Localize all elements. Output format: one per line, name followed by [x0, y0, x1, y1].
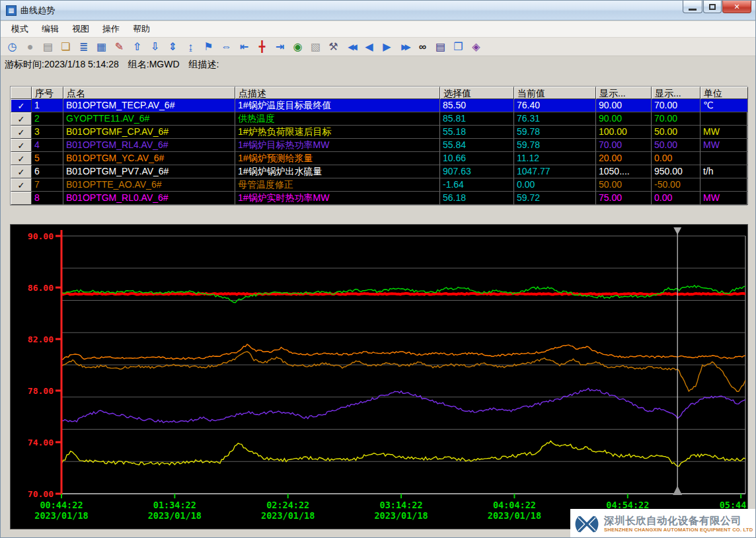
vendor-name-cn: 深圳长欣自动化设备有限公司	[604, 515, 753, 527]
cell-unit	[700, 112, 748, 126]
table-row[interactable]: ✓7B01OPTTE_AO.AV_6#母管温度修正-1.640.0050.00-…	[11, 178, 747, 192]
menu-item-edit[interactable]: 编辑	[35, 21, 65, 37]
cell-point-name: B01OPTGM_YC.AV_6#	[63, 152, 235, 165]
maximize-button[interactable]	[703, 1, 722, 13]
move-down-icon[interactable]: ⇩	[146, 39, 164, 55]
move-cursor-icon[interactable]: ╋	[253, 39, 271, 55]
table-row[interactable]: 8B01OPTGM_RL0.AV_6#1#锅炉实时热功率MW56.1859.72…	[11, 192, 747, 205]
cell-display-max: 50.00	[596, 178, 652, 192]
menu-item-help[interactable]: 帮助	[126, 21, 157, 37]
find-icon[interactable]: ∞	[414, 39, 432, 55]
output-icon[interactable]: ▤	[39, 39, 57, 55]
row-checkbox[interactable]: ✓	[11, 126, 32, 139]
table-row[interactable]: ✓1B01OPTGM_TECP.AV_6#1#锅炉温度目标最终值85.5076.…	[11, 99, 747, 112]
cell-point-name: B01OPTGMF_CP.AV_6#	[63, 126, 235, 139]
cell-selected-value: 55.18	[440, 126, 514, 139]
column-header-3[interactable]: 点描述	[235, 87, 440, 99]
vendor-logo-icon	[574, 512, 599, 537]
vendor-watermark: 深圳长欣自动化设备有限公司 SHENZHEN CHANGXIN AUTOMATI…	[570, 509, 756, 538]
cell-display-min: -50.00	[652, 178, 700, 192]
row-checkbox[interactable]: ✓	[11, 152, 32, 165]
cell-display-max: 100.00	[596, 126, 652, 139]
table-row[interactable]: ✓4B01OPTGM_RL4.AV_6#1#锅炉目标热功率MW55.8459.7…	[11, 139, 747, 152]
menu-item-mode[interactable]: 模式	[5, 21, 35, 37]
compress-left-icon[interactable]: ⇤	[235, 39, 253, 55]
table-row[interactable]: ✓6B01OPTGM_PV7.AV_6#1#锅炉锅炉出水硫量907.631047…	[11, 165, 747, 178]
fast-backward-icon[interactable]: ◀◀	[342, 39, 360, 55]
cell-current-value: 59.72	[514, 192, 596, 205]
export-icon[interactable]: ❐	[449, 39, 467, 55]
trend-window-icon[interactable]: ▦	[93, 39, 110, 55]
row-checkbox[interactable]	[11, 192, 32, 205]
table-row[interactable]: ✓5B01OPTGM_YC.AV_6#1#锅炉预测给浆量10.6611.1220…	[11, 152, 747, 165]
column-header-8[interactable]: 单位	[700, 87, 748, 99]
zoom-icon[interactable]: ◉	[289, 39, 307, 55]
table-row[interactable]: ✓2GYOPTTE11.AV_6#供热温度85.8176.3190.0070.0…	[11, 112, 747, 126]
print-icon[interactable]: ▤	[432, 39, 449, 55]
column-header-1[interactable]: 序号	[32, 87, 63, 99]
minimize-button[interactable]	[683, 1, 702, 13]
cell-index: 6	[32, 165, 63, 178]
y-tick-label: 78.00	[28, 386, 54, 396]
row-checkbox[interactable]: ✓	[11, 165, 32, 178]
x-tick-time: 04:04:22	[493, 500, 536, 510]
menu-item-view[interactable]: 视图	[65, 21, 96, 37]
cell-index: 3	[32, 126, 63, 139]
column-header-0[interactable]	[11, 87, 32, 99]
menu-item-operate[interactable]: 操作	[96, 21, 126, 37]
compress-right-icon[interactable]: ⇥	[271, 39, 289, 55]
step-forward-icon[interactable]: ▶	[378, 39, 396, 55]
row-checkbox[interactable]: ✓	[11, 99, 32, 112]
history-time-icon[interactable]: ◷	[3, 39, 21, 55]
series-B01OPTGMF_CP.AV_6#	[61, 441, 745, 466]
help-book-icon[interactable]: ◈	[467, 39, 485, 55]
region-icon[interactable]: ▧	[307, 39, 324, 55]
column-header-4[interactable]: 选择值	[440, 87, 514, 99]
point-list-icon[interactable]: ≣	[75, 39, 93, 55]
row-checkbox[interactable]: ✓	[11, 112, 32, 126]
compress-vertical-icon[interactable]: ↨	[182, 39, 200, 55]
title-bar[interactable]: ▦ 曲线趋势 ✕	[1, 1, 755, 20]
cell-current-value: 11.12	[514, 152, 596, 165]
cell-selected-value: -1.64	[440, 178, 514, 192]
record-icon[interactable]: ●	[21, 39, 39, 55]
edit-curve-icon[interactable]: ✎	[110, 39, 128, 55]
cursor-handle-bottom[interactable]	[673, 486, 682, 495]
x-tick-date: 2023/01/18	[374, 510, 428, 521]
move-up-icon[interactable]: ⇧	[128, 39, 146, 55]
column-header-7[interactable]: 显示...	[652, 87, 700, 99]
expand-vertical-icon[interactable]: ⇕	[164, 39, 182, 55]
column-header-5[interactable]: 当前值	[514, 87, 596, 99]
cell-index: 7	[32, 178, 63, 192]
cell-display-min: 50.00	[652, 126, 700, 139]
group-name-label: 组名:MGWD	[128, 59, 180, 71]
cursor-flag-icon[interactable]: ⚑	[200, 39, 217, 55]
cell-display-max: 90.00	[596, 99, 652, 112]
cell-display-min: 70.00	[652, 112, 700, 126]
cell-display-max: 1050....	[596, 165, 652, 178]
close-button[interactable]: ✕	[722, 1, 751, 13]
series-B01OPTGM_YC.AV_6#	[61, 344, 745, 360]
cell-point-name: B01OPTGM_TECP.AV_6#	[63, 99, 235, 112]
x-tick-time: 01:34:22	[153, 500, 196, 510]
cursor-handle-top[interactable]	[673, 227, 681, 235]
row-checkbox[interactable]: ✓	[11, 139, 32, 152]
toolbar: ◷●▤❏≣▦✎⇧⇩⇕↨⚑⇔⇤╋⇥◉▧⚒◀◀◀▶▶▶∞▤❐◈	[1, 38, 755, 56]
step-backward-icon[interactable]: ◀	[360, 39, 378, 55]
cell-selected-value: 85.81	[440, 112, 514, 126]
cell-selected-value: 907.63	[440, 165, 514, 178]
cell-selected-value: 10.66	[440, 152, 514, 165]
cell-display-min: 0.00	[652, 192, 700, 205]
x-tick-date: 2023/01/18	[488, 510, 541, 521]
fast-forward-icon[interactable]: ▶▶	[396, 39, 414, 55]
cell-display-min: 50.00	[652, 139, 700, 152]
column-header-2[interactable]: 点名	[63, 87, 235, 99]
cell-unit: t/h	[700, 165, 748, 178]
settings-icon[interactable]: ⚒	[324, 39, 342, 55]
table-row[interactable]: ✓3B01OPTGMF_CP.AV_6#1#炉热负荷限速后目标55.1859.7…	[11, 126, 747, 139]
row-checkbox[interactable]: ✓	[11, 178, 32, 192]
new-group-icon[interactable]: ❏	[57, 39, 75, 55]
column-header-6[interactable]: 显示...	[596, 87, 652, 99]
cell-point-desc: 1#锅炉预测给浆量	[235, 152, 440, 165]
expand-horizontal-icon[interactable]: ⇔	[217, 39, 235, 55]
